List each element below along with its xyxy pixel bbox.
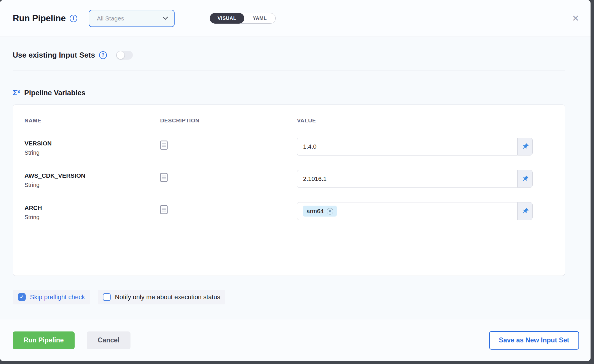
variable-name: ARCH	[24, 204, 160, 211]
chip-remove-icon[interactable]: ×	[327, 208, 333, 215]
value-input-group	[297, 170, 533, 188]
value-cell	[297, 172, 553, 188]
run-pipeline-button[interactable]: Run Pipeline	[13, 331, 75, 349]
stage-select-value: All Stages	[97, 15, 162, 22]
variable-name-cell: AWS_CDK_VERSION String	[24, 172, 160, 188]
variable-type: String	[24, 214, 160, 221]
execution-options-row: ✓ Skip preflight check Notify only me ab…	[13, 290, 565, 304]
variable-name: AWS_CDK_VERSION	[24, 172, 160, 179]
description-doc-icon[interactable]	[160, 141, 297, 151]
value-cell	[297, 140, 553, 156]
sigma-variables-icon: Σˣ	[13, 89, 20, 97]
variables-header-row: NAME DESCRIPTION VALUE	[24, 117, 553, 124]
value-cell: arm64 ×	[297, 204, 553, 220]
notify-me-label[interactable]: Notify only me about execution status	[115, 293, 220, 301]
arch-value-input[interactable]: arm64 ×	[297, 202, 518, 220]
variable-name-cell: ARCH String	[24, 204, 160, 221]
modal-header: Run Pipeline i All Stages VISUAL YAML ✕	[0, 0, 591, 37]
notify-me-option[interactable]: Notify only me about execution status	[98, 290, 226, 304]
version-value-input[interactable]	[297, 138, 518, 156]
close-icon[interactable]: ✕	[569, 12, 582, 25]
column-header-name: NAME	[24, 117, 160, 124]
stage-select-dropdown[interactable]: All Stages	[89, 10, 175, 27]
tab-visual[interactable]: VISUAL	[210, 13, 244, 24]
pipeline-variables-title: Pipeline Variables	[24, 89, 86, 97]
notify-me-checkbox[interactable]	[103, 293, 111, 301]
skip-preflight-option[interactable]: ✓ Skip preflight check	[13, 290, 90, 304]
column-header-description: DESCRIPTION	[160, 117, 297, 124]
input-sets-toggle[interactable]	[116, 51, 133, 60]
skip-preflight-checkbox[interactable]: ✓	[18, 293, 26, 301]
chevron-down-icon	[162, 16, 168, 21]
page-title: Run Pipeline	[13, 13, 66, 24]
variable-name-cell: VERSION String	[24, 140, 160, 156]
save-as-new-input-set-button[interactable]: Save as New Input Set	[489, 331, 579, 350]
use-existing-input-sets-row: Use existing Input Sets ?	[13, 51, 565, 60]
pin-button[interactable]	[518, 170, 533, 188]
column-header-value: VALUE	[297, 117, 553, 124]
toggle-knob	[117, 51, 124, 59]
pipeline-variables-heading: Σˣ Pipeline Variables	[13, 89, 565, 97]
variable-type: String	[24, 149, 160, 156]
aws-cdk-version-value-input[interactable]	[297, 170, 518, 188]
table-row: VERSION String	[24, 140, 553, 156]
chip-label: arm64	[307, 208, 324, 215]
value-input-group: arm64 ×	[297, 202, 533, 220]
skip-preflight-label[interactable]: Skip preflight check	[30, 293, 85, 301]
run-pipeline-modal: Run Pipeline i All Stages VISUAL YAML ✕ …	[0, 0, 591, 361]
description-doc-icon[interactable]	[160, 173, 297, 183]
use-existing-input-sets-label: Use existing Input Sets	[13, 51, 95, 60]
tab-yaml[interactable]: YAML	[244, 13, 276, 23]
section-divider	[13, 71, 565, 71]
value-input-group	[297, 138, 533, 156]
variables-card: NAME DESCRIPTION VALUE VERSION String	[13, 105, 565, 276]
variable-type: String	[24, 182, 160, 188]
table-row: ARCH String arm64	[24, 204, 553, 221]
modal-body: Use existing Input Sets ? Σˣ Pipeline Va…	[0, 37, 591, 319]
cancel-button[interactable]: Cancel	[87, 331, 130, 349]
variable-name: VERSION	[24, 140, 160, 147]
help-icon[interactable]: ?	[99, 51, 107, 59]
table-row: AWS_CDK_VERSION String	[24, 172, 553, 188]
pin-button[interactable]	[518, 202, 533, 220]
pin-button[interactable]	[518, 138, 533, 156]
modal-footer: Run Pipeline Cancel Save as New Input Se…	[0, 319, 591, 361]
visual-yaml-toggle: VISUAL YAML	[210, 13, 276, 24]
description-doc-icon[interactable]	[160, 205, 297, 215]
info-icon[interactable]: i	[70, 15, 77, 22]
arm64-chip: arm64 ×	[303, 206, 337, 217]
